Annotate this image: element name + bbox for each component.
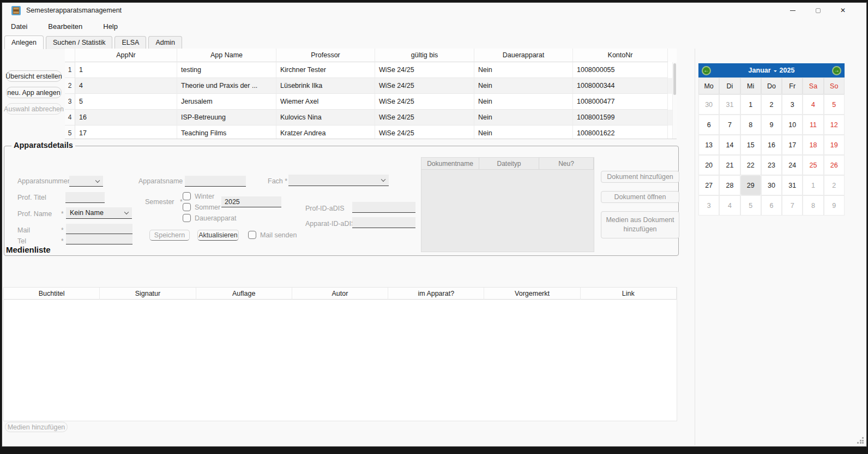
apps-table-row[interactable]: 35JerusalemWiemer AxelWiSe 24/25Nein1008… [65,94,677,110]
calendar-date-cell[interactable]: 27 [698,175,719,195]
doc-column-header-dokumentname[interactable]: Dokumentname [421,158,479,170]
doc-button-dokument-öffnen[interactable]: Dokument öffnen [601,191,679,203]
calendar-date-cell[interactable]: 28 [719,175,740,195]
calendar-date-cell[interactable]: 12 [824,115,845,135]
column-header-gültig-bis[interactable]: gültig bis [375,49,474,62]
tab-anlegen[interactable]: Anlegen [4,35,44,49]
calendar-date-cell[interactable]: 8 [740,115,761,135]
calendar-date-cell[interactable]: 13 [698,135,719,155]
apparatsname-input[interactable] [185,176,246,187]
calendar-date-cell[interactable]: 11 [803,115,823,135]
calendar-date-cell[interactable]: 1 [740,94,761,115]
winter-checkbox[interactable] [183,192,191,200]
maximize-button[interactable] [805,3,830,18]
calendar-date-cell[interactable]: 30 [761,175,782,195]
calendar-date-cell[interactable]: 2 [761,94,782,115]
calendar-date-cell[interactable]: 31 [782,175,803,195]
calendar-date-cell[interactable]: 14 [719,135,740,155]
prof-id-adis-input[interactable] [352,202,415,213]
calendar-date-cell[interactable]: 8 [803,195,823,216]
calendar-date-cell[interactable]: 7 [782,195,803,216]
calendar-date-cell[interactable]: 21 [719,155,740,175]
apps-table-row[interactable]: 11testingKirchner TesterWiSe 24/25Nein10… [65,62,677,78]
calendar-date-cell[interactable]: 9 [824,195,845,216]
calendar-date-cell[interactable]: 4 [719,195,740,216]
medien-column-header-buchtitel[interactable]: Buchtitel [4,288,100,300]
menu-item-datei[interactable]: Datei [5,20,33,33]
tab-elsa[interactable]: ELSA [114,36,146,49]
column-header-app-name[interactable]: App Name [177,49,276,62]
calendar-date-cell[interactable]: 31 [719,94,740,115]
calendar-next-button[interactable]: → [832,66,841,75]
prof-name-combo[interactable]: Kein Name [66,207,132,219]
calendar-date-cell[interactable]: 26 [824,155,845,175]
calendar-prev-button[interactable]: ← [702,66,711,75]
calendar-month-year[interactable]: Januar 2025 [749,67,795,74]
calendar-date-cell[interactable]: 24 [782,155,803,175]
calendar-date-cell[interactable]: 29 [740,175,761,195]
calendar-date-cell[interactable]: 15 [740,135,761,155]
doc-button-medien-aus-dokument-hinzufügen[interactable]: Medien aus Dokument hinzufügen [601,211,679,238]
tab-admin[interactable]: Admin [148,36,182,49]
aktualisieren-button[interactable]: Aktualisieren [197,230,239,241]
medien-column-header-vorgemerkt[interactable]: Vorgemerkt [484,288,580,300]
column-header-professor[interactable]: Professor [276,49,375,62]
minimize-button[interactable] [780,3,805,18]
calendar-date-cell[interactable]: 5 [740,195,761,216]
calendar-date-cell[interactable]: 17 [782,135,803,155]
calendar-date-cell[interactable]: 3 [782,94,803,115]
semester-year-input[interactable] [221,196,281,207]
close-button[interactable]: ✕ [830,3,855,18]
column-header-kontonr[interactable]: KontoNr [573,49,668,62]
calendar-date-cell[interactable]: 19 [824,135,845,155]
medien-column-header-autor[interactable]: Autor [292,288,388,300]
calendar-date-cell[interactable]: 25 [803,155,823,175]
medien-column-header-link[interactable]: Link [581,288,677,300]
calendar-date-cell[interactable]: 20 [698,155,719,175]
sidebar-button-auswahl-abbrechen[interactable]: Auswahl abbrechen [6,103,62,115]
calendar-date-cell[interactable]: 22 [740,155,761,175]
apps-table-scrollbar[interactable] [672,62,677,139]
calendar-date-cell[interactable]: 7 [719,115,740,135]
apps-table-row[interactable]: 517Teaching FilmsKratzer AndreaWiSe 24/2… [65,126,677,139]
calendar-date-cell[interactable]: 30 [698,94,719,115]
menu-item-bearbeiten[interactable]: Bearbeiten [43,20,88,33]
calendar-date-cell[interactable]: 18 [803,135,823,155]
titlebar[interactable]: Semesterapparatsmanagement ✕ [2,3,866,18]
medien-column-header-signatur[interactable]: Signatur [100,288,196,300]
speichern-button[interactable]: Speichern [149,230,190,241]
sidebar-button-übersicht-erstellen[interactable]: Übersicht erstellen [6,70,62,82]
doc-column-header-neu[interactable]: Neu? [539,158,594,170]
calendar-date-cell[interactable]: 1 [803,175,823,195]
dauerapparat-checkbox[interactable] [183,214,191,222]
doc-column-header-dateityp[interactable]: Dateityp [479,158,539,170]
medien-column-header-auflage[interactable]: Auflage [196,288,292,300]
resize-grip[interactable] [857,437,864,444]
apps-table-row[interactable]: 416ISP-BetreuungKulovics NinaWiSe 24/25N… [65,110,677,126]
calendar-date-cell[interactable]: 3 [698,195,719,216]
calendar-date-cell[interactable]: 6 [698,115,719,135]
column-header-dauerapparat[interactable]: Dauerapparat [474,49,573,62]
column-header-appnr[interactable]: AppNr [75,49,177,62]
prof-titel-input[interactable] [65,192,105,203]
medien-hinzufuegen-button[interactable]: Medien hinzufügen [5,422,68,432]
mail-senden-checkbox[interactable] [248,231,256,239]
calendar-date-cell[interactable]: 16 [761,135,782,155]
calendar-date-cell[interactable]: 5 [824,94,845,115]
sidebar-button-neu-app-anlegen[interactable]: neu. App anlegen [6,87,62,98]
doc-button-dokument-hinzufügen[interactable]: Dokument hinzufügen [601,171,679,183]
calendar-date-cell[interactable]: 4 [803,94,823,115]
fach-combo[interactable] [288,175,389,186]
mail-input[interactable] [66,224,132,234]
menu-item-help[interactable]: Help [98,20,123,33]
medien-column-header-im-apparat[interactable]: im Apparat? [388,288,484,300]
scrollbar-thumb[interactable] [673,63,676,95]
tel-input[interactable] [66,234,132,244]
calendar-date-cell[interactable]: 10 [782,115,803,135]
apparat-id-adis-input[interactable] [352,217,415,228]
sommer-checkbox[interactable] [183,203,191,211]
apps-table-row[interactable]: 24Theorie und Praxis der ...Lüsebrink Il… [65,78,677,94]
calendar-date-cell[interactable]: 2 [824,175,845,195]
apparatsnummer-combo[interactable] [69,176,103,187]
tab-suchen-statistik[interactable]: Suchen / Statistik [46,36,113,49]
